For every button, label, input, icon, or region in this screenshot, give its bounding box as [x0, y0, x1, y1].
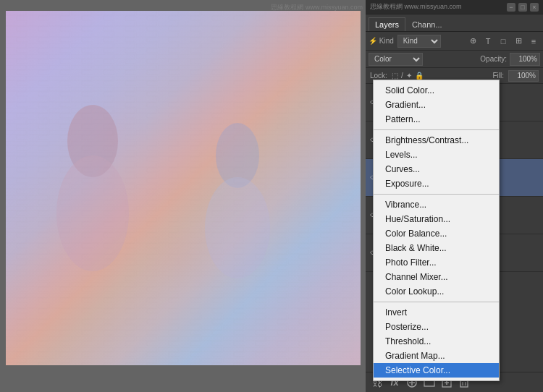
svg-rect-5 [6, 11, 361, 365]
filter-icon-2[interactable]: T [481, 35, 494, 48]
title-bar-controls: − □ × [507, 3, 539, 12]
menu-item-curves[interactable]: Curves... [374, 162, 499, 176]
tab-channels[interactable]: Chann... [405, 17, 449, 31]
menu-item-black-white[interactable]: Black & White... [374, 241, 499, 255]
lock-label: Lock: [370, 72, 387, 80]
canvas-image [6, 11, 361, 365]
menu-separator-1 [374, 129, 499, 130]
minimize-button[interactable]: − [507, 3, 515, 12]
restore-button[interactable]: □ [518, 3, 527, 12]
menu-item-exposure[interactable]: Exposure... [374, 176, 499, 191]
filter-icon-1[interactable]: ⊕ [466, 35, 479, 48]
menu-item-hue-saturation[interactable]: Hue/Saturation... [374, 212, 499, 226]
menu-item-invert[interactable]: Invert [374, 305, 499, 320]
menu-item-color-lookup[interactable]: Color Lookup... [374, 284, 499, 299]
lock-pixel-icon[interactable]: ⬚ [392, 72, 398, 80]
blend-mode-select[interactable]: Color Normal Multiply Screen [369, 53, 423, 66]
kind-select[interactable]: Kind [397, 35, 441, 48]
close-button[interactable]: × [530, 3, 539, 12]
canvas-area: 思緣教程網 www.missyuan.com [0, 0, 366, 392]
opacity-label: Opacity: [480, 55, 507, 63]
lock-draw-icon[interactable]: / [401, 72, 403, 80]
menu-item-gradient[interactable]: Gradient... [374, 98, 499, 112]
filter-icon-4[interactable]: ⊞ [512, 35, 525, 48]
tab-layers[interactable]: Layers [369, 17, 405, 31]
menu-item-selective-color[interactable]: Selective Color... [374, 363, 499, 378]
lock-move-icon[interactable]: ✦ [406, 72, 412, 80]
title-bar: 思緣教程網 www.missyuan.com − □ × [366, 0, 543, 14]
menu-item-solid-color[interactable]: Solid Color... [374, 83, 499, 98]
right-panel: 思緣教程網 www.missyuan.com − □ × Layers Chan… [366, 0, 543, 392]
lock-all-icon[interactable]: 🔒 [415, 72, 424, 80]
canvas-watermark: 思緣教程網 www.missyuan.com [271, 3, 363, 12]
menu-item-photo-filter[interactable]: Photo Filter... [374, 255, 499, 270]
menu-item-threshold[interactable]: Threshold... [374, 334, 499, 349]
dropdown-menu: Solid Color... Gradient... Pattern... Br… [373, 80, 500, 381]
panel-tabs: Layers Chann... [366, 14, 543, 32]
menu-item-posterize[interactable]: Posterize... [374, 320, 499, 334]
menu-item-levels[interactable]: Levels... [374, 148, 499, 162]
fill-label: Fill: [492, 72, 504, 80]
kind-label: ⚡ Kind [369, 37, 394, 45]
opacity-input[interactable] [510, 53, 540, 66]
toolbar-row: ⚡ Kind Kind ⊕ T □ ⊞ ≡ [366, 32, 543, 51]
menu-item-vibrance[interactable]: Vibrance... [374, 197, 499, 212]
menu-separator-2 [374, 194, 499, 195]
lock-icons: ⬚ / ✦ 🔒 [392, 72, 424, 80]
menu-item-color-balance[interactable]: Color Balance... [374, 226, 499, 241]
fill-input[interactable] [508, 70, 539, 82]
menu-item-brightness[interactable]: Brightness/Contrast... [374, 133, 499, 148]
watermark-text: 思緣教程網 www.missyuan.com [370, 2, 462, 12]
title-bar-text: 思緣教程網 www.missyuan.com [370, 2, 462, 12]
menu-item-gradient-map[interactable]: Gradient Map... [374, 349, 499, 363]
menu-item-channel-mixer[interactable]: Channel Mixer... [374, 270, 499, 284]
opacity-row: Color Normal Multiply Screen Opacity: [366, 51, 543, 68]
filter-icon-3[interactable]: □ [497, 35, 510, 48]
menu-item-pattern[interactable]: Pattern... [374, 112, 499, 127]
menu-separator-3 [374, 302, 499, 302]
filter-icon-5[interactable]: ≡ [527, 35, 540, 48]
